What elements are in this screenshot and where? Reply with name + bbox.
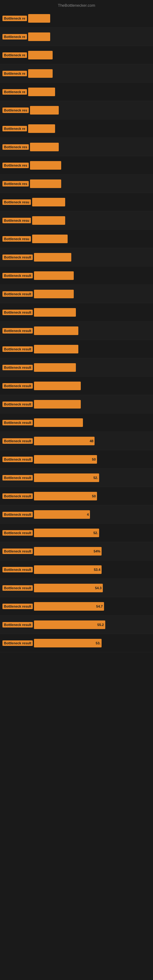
list-item: Bottleneck res <box>0 156 153 175</box>
list-item: Bottleneck resu <box>0 230 153 248</box>
bar-container <box>34 326 151 335</box>
bar: 4 <box>34 510 90 519</box>
bar <box>28 51 53 59</box>
row-label: Bottleneck re <box>2 16 27 21</box>
bar-container <box>28 88 151 96</box>
row-label: Bottleneck resu <box>2 218 31 223</box>
bar: 48 <box>34 437 94 445</box>
bar: 52. <box>34 474 99 482</box>
list-item: Bottleneck result52. <box>0 524 153 542</box>
page-header: TheBottlenecker.com <box>0 0 153 9</box>
bar-container <box>34 363 151 372</box>
bar: 54% <box>34 547 102 555</box>
bar: 50 <box>34 455 97 464</box>
bar <box>34 363 76 372</box>
list-item: Bottleneck result <box>0 285 153 303</box>
bar-container: 52. <box>34 474 151 482</box>
bar-value: 50 <box>92 458 96 461</box>
row-label: Bottleneck res <box>2 144 29 150</box>
list-item: Bottleneck result53.4 <box>0 560 153 579</box>
list-item: Bottleneck result <box>0 395 153 414</box>
bar <box>32 216 65 225</box>
bar <box>30 180 61 188</box>
list-item: Bottleneck res <box>0 138 153 156</box>
bar-container: 55.2 <box>34 620 151 629</box>
bar <box>30 161 61 170</box>
list-item: Bottleneck res <box>0 175 153 193</box>
bar <box>32 235 68 243</box>
bar <box>32 198 65 207</box>
bar-value: 52. <box>93 531 98 535</box>
bar <box>34 308 76 317</box>
bar <box>28 124 55 133</box>
bar-container <box>28 51 151 59</box>
list-item: Bottleneck result <box>0 303 153 321</box>
bar-value: 53. <box>96 641 100 645</box>
bar-container <box>32 216 151 225</box>
bar-container: 54.3 <box>34 584 151 592</box>
bar <box>34 345 78 353</box>
list-item: Bottleneck result <box>0 321 153 340</box>
bar <box>34 253 71 261</box>
list-item: Bottleneck result <box>0 358 153 377</box>
bar: 54.7 <box>34 602 104 611</box>
bar-container <box>34 418 151 427</box>
bar-container <box>30 180 151 188</box>
bar <box>34 271 73 280</box>
bar-container: 4 <box>34 510 151 519</box>
bar-container: 50 <box>34 455 151 464</box>
list-item: Bottleneck resu <box>0 193 153 211</box>
row-label: Bottleneck result <box>2 549 33 554</box>
bar <box>28 69 53 78</box>
row-label: Bottleneck result <box>2 585 33 591</box>
row-label: Bottleneck result <box>2 475 33 480</box>
row-label: Bottleneck result <box>2 401 33 407</box>
bar-container: 53.4 <box>34 565 151 574</box>
bar-container: 53. <box>34 639 151 648</box>
list-item: Bottleneck result <box>0 340 153 358</box>
bar-container <box>28 124 151 133</box>
row-label: Bottleneck re <box>2 34 27 40</box>
bar-value: 53.4 <box>94 568 100 571</box>
list-item: Bottleneck result55.2 <box>0 616 153 634</box>
bar <box>30 106 59 115</box>
list-item: Bottleneck result <box>0 266 153 285</box>
bar: 54.3 <box>34 584 103 592</box>
bar-container <box>34 400 151 409</box>
row-label: Bottleneck result <box>2 420 33 425</box>
bar <box>34 418 83 427</box>
row-label: Bottleneck res <box>2 181 29 186</box>
list-item: Bottleneck result4 <box>0 505 153 524</box>
list-item: Bottleneck re <box>0 9 153 27</box>
row-label: Bottleneck result <box>2 291 33 297</box>
bar-container <box>34 290 151 298</box>
bar-value: 55.2 <box>97 623 104 627</box>
list-item: Bottleneck re <box>0 83 153 101</box>
bar-value: 54.7 <box>96 605 102 608</box>
list-item: Bottleneck resu <box>0 211 153 230</box>
row-label: Bottleneck result <box>2 567 33 573</box>
list-item: Bottleneck result <box>0 414 153 432</box>
row-label: Bottleneck result <box>2 310 33 315</box>
bar-container <box>32 198 151 207</box>
row-label: Bottleneck result <box>2 512 33 517</box>
list-item: Bottleneck result52. <box>0 469 153 487</box>
list-item: Bottleneck result <box>0 248 153 266</box>
row-label: Bottleneck result <box>2 328 33 334</box>
row-label: Bottleneck result <box>2 457 33 462</box>
bar-container <box>28 69 151 78</box>
bar: 53. <box>34 639 102 648</box>
row-label: Bottleneck result <box>2 604 33 609</box>
bar-container <box>30 106 151 115</box>
bar-container: 48 <box>34 437 151 445</box>
list-item: Bottleneck result54% <box>0 542 153 560</box>
bar: 52. <box>34 528 99 537</box>
bar-container: 54.7 <box>34 602 151 611</box>
bar-container <box>34 271 151 280</box>
row-label: Bottleneck resu <box>2 199 31 205</box>
bar <box>28 14 50 23</box>
row-label: Bottleneck result <box>2 365 33 370</box>
list-item: Bottleneck result54.7 <box>0 597 153 616</box>
row-label: Bottleneck re <box>2 52 27 58</box>
row-label: Bottleneck result <box>2 346 33 352</box>
